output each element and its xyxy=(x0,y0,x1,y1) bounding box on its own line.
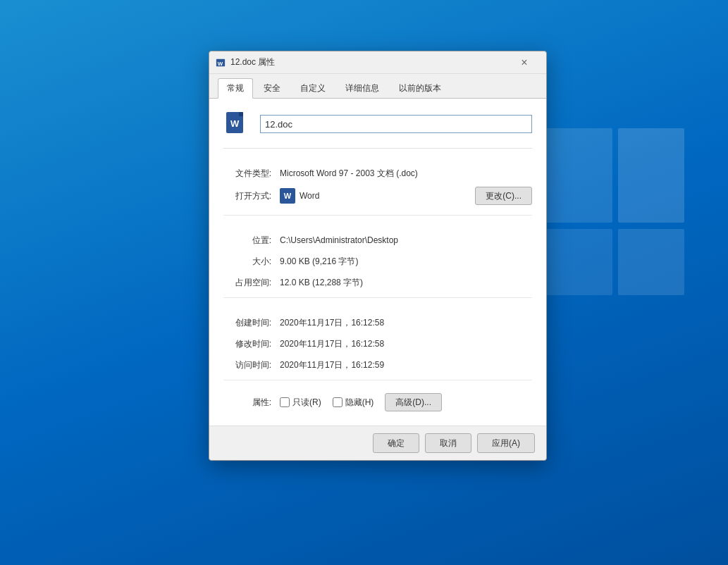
location-section: 位置: C:\Users\Administrator\Desktop 大小: 9… xyxy=(223,225,532,298)
created-row: 创建时间: 2020年11月17日，16:12:58 xyxy=(223,313,532,332)
cancel-button[interactable]: 取消 xyxy=(425,433,471,453)
open-with-row: 打开方式: W Word 更改(C)... xyxy=(223,185,532,206)
advanced-button[interactable]: 高级(D)... xyxy=(385,393,442,411)
file-icon-box: W xyxy=(223,110,252,138)
win-tile-2 xyxy=(546,128,612,223)
open-with-app: W Word xyxy=(280,188,475,204)
svg-text:W: W xyxy=(230,118,240,129)
modified-label: 修改时间: xyxy=(223,338,280,350)
created-label: 创建时间: xyxy=(223,317,280,329)
file-type-value: Microsoft Word 97 - 2003 文档 (.doc) xyxy=(280,168,532,180)
attributes-options: 只读(R) 隐藏(H) 高级(D)... xyxy=(280,393,532,411)
win-tile-1 xyxy=(618,128,684,223)
open-with-label: 打开方式: xyxy=(223,190,280,202)
size-label: 大小: xyxy=(223,256,280,268)
hidden-checkbox-item[interactable]: 隐藏(H) xyxy=(333,397,374,409)
created-value: 2020年11月17日，16:12:58 xyxy=(280,317,532,329)
file-name-row: W xyxy=(223,110,532,149)
file-name-input[interactable] xyxy=(260,115,532,133)
accessed-row: 访问时间: 2020年11月17日，16:12:59 xyxy=(223,356,532,374)
open-with-app-name: Word xyxy=(300,191,319,201)
dialog-content: W 文件类型: Microsoft Word 97 - 2003 文档 (.do… xyxy=(209,99,546,426)
file-type-label: 文件类型: xyxy=(223,168,280,180)
location-label: 位置: xyxy=(223,235,280,247)
tab-details[interactable]: 详细信息 xyxy=(336,78,388,98)
file-type-row: 文件类型: Microsoft Word 97 - 2003 文档 (.doc) xyxy=(223,164,532,182)
dialog-title: 12.doc 属性 xyxy=(230,56,508,68)
disk-size-row: 占用空间: 12.0 KB (12,288 字节) xyxy=(223,273,532,292)
size-row: 大小: 9.00 KB (9,216 字节) xyxy=(223,252,532,271)
close-button[interactable]: × xyxy=(508,51,541,74)
win-tile-4 xyxy=(546,229,612,295)
svg-text:W: W xyxy=(218,60,223,66)
tab-previous[interactable]: 以前的版本 xyxy=(390,78,450,98)
size-value: 9.00 KB (9,216 字节) xyxy=(280,256,532,268)
hidden-label: 隐藏(H) xyxy=(345,397,374,409)
properties-dialog: W 12.doc 属性 × 常规 安全 自定义 详细信息 以前的版本 W xyxy=(209,51,547,461)
readonly-checkbox[interactable] xyxy=(280,397,290,407)
tab-custom[interactable]: 自定义 xyxy=(291,78,335,98)
tab-bar: 常规 安全 自定义 详细信息 以前的版本 xyxy=(209,74,546,99)
modified-value: 2020年11月17日，16:12:58 xyxy=(280,338,532,350)
location-value: C:\Users\Administrator\Desktop xyxy=(280,235,532,245)
readonly-checkbox-item[interactable]: 只读(R) xyxy=(280,397,321,409)
title-bar-icon: W xyxy=(215,57,226,68)
ok-button[interactable]: 确定 xyxy=(373,433,419,453)
word-app-icon: W xyxy=(280,188,295,204)
dialog-footer: 确定 取消 应用(A) xyxy=(209,426,546,460)
readonly-label: 只读(R) xyxy=(292,397,321,409)
attributes-row: 属性: 只读(R) 隐藏(H) 高级(D)... xyxy=(223,390,532,414)
tab-security[interactable]: 安全 xyxy=(254,78,290,98)
accessed-value: 2020年11月17日，16:12:59 xyxy=(280,359,532,371)
disk-size-value: 12.0 KB (12,288 字节) xyxy=(280,277,532,289)
win-tile-3 xyxy=(618,229,684,295)
svg-rect-5 xyxy=(239,112,243,116)
file-info-section: 文件类型: Microsoft Word 97 - 2003 文档 (.doc)… xyxy=(223,159,532,216)
apply-button[interactable]: 应用(A) xyxy=(477,433,535,453)
disk-size-label: 占用空间: xyxy=(223,277,280,289)
hidden-checkbox[interactable] xyxy=(333,397,343,407)
change-button[interactable]: 更改(C)... xyxy=(475,187,532,205)
timestamps-section: 创建时间: 2020年11月17日，16:12:58 修改时间: 2020年11… xyxy=(223,308,532,380)
attributes-label: 属性: xyxy=(223,397,280,409)
location-row: 位置: C:\Users\Administrator\Desktop xyxy=(223,231,532,249)
accessed-label: 访问时间: xyxy=(223,359,280,371)
title-bar: W 12.doc 属性 × xyxy=(209,51,546,74)
tab-general[interactable]: 常规 xyxy=(218,78,253,99)
modified-row: 修改时间: 2020年11月17日，16:12:58 xyxy=(223,335,532,353)
